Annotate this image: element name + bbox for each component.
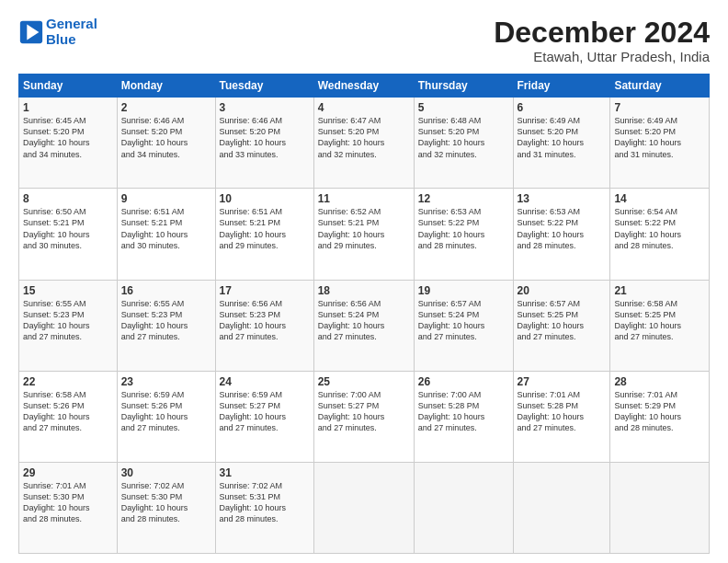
calendar-cell: 23Sunrise: 6:59 AM Sunset: 5:26 PM Dayli… <box>117 371 215 462</box>
calendar-cell: 28Sunrise: 7:01 AM Sunset: 5:29 PM Dayli… <box>610 371 710 462</box>
day-detail: Sunrise: 6:46 AM Sunset: 5:20 PM Dayligh… <box>121 115 211 160</box>
calendar-cell: 17Sunrise: 6:56 AM Sunset: 5:23 PM Dayli… <box>215 280 313 371</box>
calendar-cell: 12Sunrise: 6:53 AM Sunset: 5:22 PM Dayli… <box>414 189 513 280</box>
day-detail: Sunrise: 6:55 AM Sunset: 5:23 PM Dayligh… <box>23 298 113 343</box>
day-detail: Sunrise: 6:58 AM Sunset: 5:25 PM Dayligh… <box>614 298 705 343</box>
calendar-cell: 21Sunrise: 6:58 AM Sunset: 5:25 PM Dayli… <box>610 280 710 371</box>
weekday-header-sunday: Sunday <box>19 75 118 98</box>
day-detail: Sunrise: 7:00 AM Sunset: 5:27 PM Dayligh… <box>318 389 410 434</box>
calendar-cell: 24Sunrise: 6:59 AM Sunset: 5:27 PM Dayli… <box>215 371 313 462</box>
calendar-cell: 31Sunrise: 7:02 AM Sunset: 5:31 PM Dayli… <box>215 462 313 553</box>
calendar-header-row: SundayMondayTuesdayWednesdayThursdayFrid… <box>19 75 710 98</box>
day-number: 10 <box>220 192 310 205</box>
calendar-cell <box>610 462 710 553</box>
day-detail: Sunrise: 6:52 AM Sunset: 5:21 PM Dayligh… <box>318 206 410 251</box>
day-detail: Sunrise: 6:46 AM Sunset: 5:20 PM Dayligh… <box>220 115 310 160</box>
day-detail: Sunrise: 6:49 AM Sunset: 5:20 PM Dayligh… <box>614 115 705 160</box>
calendar-cell: 30Sunrise: 7:02 AM Sunset: 5:30 PM Dayli… <box>117 462 215 553</box>
calendar-cell: 18Sunrise: 6:56 AM Sunset: 5:24 PM Dayli… <box>313 280 414 371</box>
day-number: 8 <box>23 192 113 205</box>
calendar-cell: 9Sunrise: 6:51 AM Sunset: 5:21 PM Daylig… <box>117 189 215 280</box>
day-number: 24 <box>220 375 310 388</box>
day-detail: Sunrise: 6:56 AM Sunset: 5:23 PM Dayligh… <box>220 298 310 343</box>
calendar-cell: 19Sunrise: 6:57 AM Sunset: 5:24 PM Dayli… <box>414 280 513 371</box>
calendar-cell: 20Sunrise: 6:57 AM Sunset: 5:25 PM Dayli… <box>513 280 610 371</box>
calendar-cell: 7Sunrise: 6:49 AM Sunset: 5:20 PM Daylig… <box>610 98 710 189</box>
day-number: 9 <box>121 192 211 205</box>
day-detail: Sunrise: 6:50 AM Sunset: 5:21 PM Dayligh… <box>23 206 113 251</box>
day-detail: Sunrise: 7:01 AM Sunset: 5:30 PM Dayligh… <box>23 480 113 525</box>
logo-icon <box>18 19 44 45</box>
day-detail: Sunrise: 6:57 AM Sunset: 5:25 PM Dayligh… <box>518 298 607 343</box>
calendar-cell: 22Sunrise: 6:58 AM Sunset: 5:26 PM Dayli… <box>19 371 118 462</box>
day-detail: Sunrise: 6:55 AM Sunset: 5:23 PM Dayligh… <box>121 298 211 343</box>
title-block: December 2024 Etawah, Uttar Pradesh, Ind… <box>494 17 710 64</box>
day-detail: Sunrise: 6:57 AM Sunset: 5:24 PM Dayligh… <box>418 298 509 343</box>
day-number: 21 <box>614 284 705 297</box>
weekday-header-thursday: Thursday <box>414 75 513 98</box>
calendar-row: 15Sunrise: 6:55 AM Sunset: 5:23 PM Dayli… <box>19 280 710 371</box>
calendar-cell: 16Sunrise: 6:55 AM Sunset: 5:23 PM Dayli… <box>117 280 215 371</box>
calendar-cell: 2Sunrise: 6:46 AM Sunset: 5:20 PM Daylig… <box>117 98 215 189</box>
calendar-cell <box>513 462 610 553</box>
day-number: 25 <box>318 375 410 388</box>
day-number: 14 <box>614 192 705 205</box>
day-detail: Sunrise: 6:49 AM Sunset: 5:20 PM Dayligh… <box>518 115 607 160</box>
day-number: 23 <box>121 375 211 388</box>
day-number: 29 <box>23 466 113 479</box>
calendar-cell: 6Sunrise: 6:49 AM Sunset: 5:20 PM Daylig… <box>513 98 610 189</box>
day-number: 6 <box>518 101 607 114</box>
day-number: 17 <box>220 284 310 297</box>
day-number: 4 <box>318 101 410 114</box>
weekday-header-friday: Friday <box>513 75 610 98</box>
day-detail: Sunrise: 6:45 AM Sunset: 5:20 PM Dayligh… <box>23 115 113 160</box>
calendar-cell: 25Sunrise: 7:00 AM Sunset: 5:27 PM Dayli… <box>313 371 414 462</box>
calendar-cell: 5Sunrise: 6:48 AM Sunset: 5:20 PM Daylig… <box>414 98 513 189</box>
calendar-cell: 8Sunrise: 6:50 AM Sunset: 5:21 PM Daylig… <box>19 189 118 280</box>
day-number: 15 <box>23 284 113 297</box>
calendar-table: SundayMondayTuesdayWednesdayThursdayFrid… <box>18 74 710 554</box>
day-detail: Sunrise: 6:56 AM Sunset: 5:24 PM Dayligh… <box>318 298 410 343</box>
calendar-cell: 26Sunrise: 7:00 AM Sunset: 5:28 PM Dayli… <box>414 371 513 462</box>
calendar-cell: 29Sunrise: 7:01 AM Sunset: 5:30 PM Dayli… <box>19 462 118 553</box>
day-detail: Sunrise: 6:51 AM Sunset: 5:21 PM Dayligh… <box>220 206 310 251</box>
day-detail: Sunrise: 6:59 AM Sunset: 5:27 PM Dayligh… <box>220 389 310 434</box>
day-number: 7 <box>614 101 705 114</box>
day-detail: Sunrise: 6:53 AM Sunset: 5:22 PM Dayligh… <box>518 206 607 251</box>
day-number: 30 <box>121 466 211 479</box>
day-number: 28 <box>614 375 705 388</box>
calendar-cell <box>313 462 414 553</box>
day-number: 16 <box>121 284 211 297</box>
calendar-row: 29Sunrise: 7:01 AM Sunset: 5:30 PM Dayli… <box>19 462 710 553</box>
day-detail: Sunrise: 7:00 AM Sunset: 5:28 PM Dayligh… <box>418 389 509 434</box>
logo: General Blue <box>18 17 97 47</box>
day-number: 26 <box>418 375 509 388</box>
day-number: 18 <box>318 284 410 297</box>
header: General Blue December 2024 Etawah, Uttar… <box>18 17 710 64</box>
calendar-cell: 4Sunrise: 6:47 AM Sunset: 5:20 PM Daylig… <box>313 98 414 189</box>
calendar-cell: 15Sunrise: 6:55 AM Sunset: 5:23 PM Dayli… <box>19 280 118 371</box>
day-detail: Sunrise: 7:01 AM Sunset: 5:28 PM Dayligh… <box>518 389 607 434</box>
day-detail: Sunrise: 7:01 AM Sunset: 5:29 PM Dayligh… <box>614 389 705 434</box>
day-number: 3 <box>220 101 310 114</box>
day-number: 13 <box>518 192 607 205</box>
day-detail: Sunrise: 6:51 AM Sunset: 5:21 PM Dayligh… <box>121 206 211 251</box>
calendar-cell: 11Sunrise: 6:52 AM Sunset: 5:21 PM Dayli… <box>313 189 414 280</box>
day-detail: Sunrise: 6:48 AM Sunset: 5:20 PM Dayligh… <box>418 115 509 160</box>
day-number: 31 <box>220 466 310 479</box>
day-number: 27 <box>518 375 607 388</box>
calendar-cell: 14Sunrise: 6:54 AM Sunset: 5:22 PM Dayli… <box>610 189 710 280</box>
calendar-cell: 27Sunrise: 7:01 AM Sunset: 5:28 PM Dayli… <box>513 371 610 462</box>
calendar-cell: 10Sunrise: 6:51 AM Sunset: 5:21 PM Dayli… <box>215 189 313 280</box>
page: General Blue December 2024 Etawah, Uttar… <box>0 0 728 563</box>
weekday-header-monday: Monday <box>117 75 215 98</box>
day-detail: Sunrise: 6:59 AM Sunset: 5:26 PM Dayligh… <box>121 389 211 434</box>
day-number: 12 <box>418 192 509 205</box>
day-number: 5 <box>418 101 509 114</box>
day-number: 1 <box>23 101 113 114</box>
day-detail: Sunrise: 6:47 AM Sunset: 5:20 PM Dayligh… <box>318 115 410 160</box>
weekday-header-wednesday: Wednesday <box>313 75 414 98</box>
logo-text: General Blue <box>46 17 97 47</box>
day-number: 2 <box>121 101 211 114</box>
day-number: 11 <box>318 192 410 205</box>
